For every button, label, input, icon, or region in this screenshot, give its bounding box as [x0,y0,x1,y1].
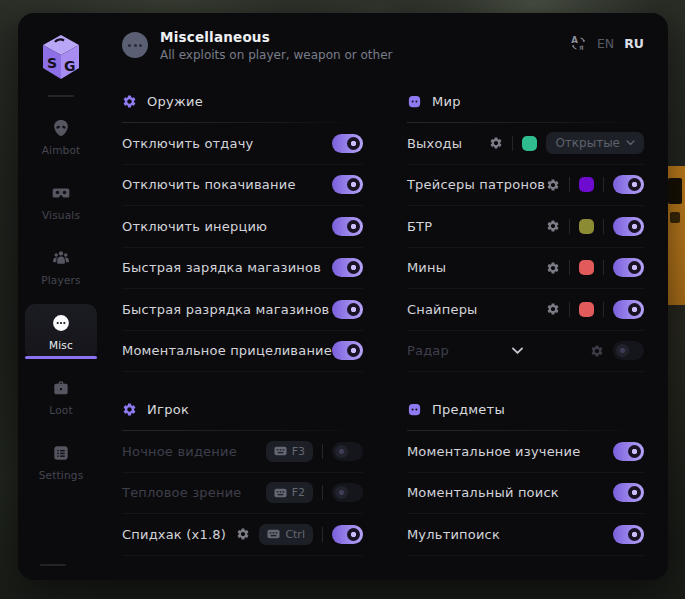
gear-icon[interactable] [546,178,560,192]
page-title: Miscellaneous [160,29,392,45]
sidebar-item-aimbot[interactable]: Aimbot [25,109,97,164]
setting-label: БТР [407,219,432,234]
setting-row: Отключить отдачу [122,123,363,165]
toggle-switch[interactable] [332,483,363,502]
chevron-down-icon [626,140,635,146]
keyboard-icon [267,529,280,539]
toggle-switch[interactable] [332,341,363,360]
setting-row: Ночное видение F3 [122,431,363,473]
sidebar-item-label: Misc [49,339,73,351]
sidebar-item-settings[interactable]: Settings [25,434,97,489]
setting-label: Спидхак (x1.8) [122,527,226,542]
translate-icon [570,35,587,52]
ellipsis-circle-icon [122,32,148,58]
gear-icon[interactable] [546,219,560,233]
setting-row: Радар [407,331,644,373]
setting-label: Тепловое зрение [122,485,242,500]
ellipsis-circle-icon [51,313,71,333]
chevron-down-icon[interactable] [511,347,524,355]
toggle-switch[interactable] [613,341,644,360]
cheat-menu-panel: Aimbot Visuals Players Misc Loot Setting… [18,13,668,580]
sidebar-item-misc[interactable]: Misc [25,304,97,359]
vertical-divider [603,177,604,192]
keyboard-icon [274,446,287,456]
page-subtitle: All exploits on player, weapon or other [160,48,392,62]
setting-label: Трейсеры патронов [407,177,545,192]
world-icon [407,94,422,109]
toggle-switch[interactable] [613,300,644,319]
toggle-switch[interactable] [332,217,363,236]
page-header-text: Miscellaneous All exploits on player, we… [160,29,392,62]
setting-label: Отключить инерцию [122,219,267,234]
section-title: Игрок [147,402,189,417]
background-game-ui [668,166,685,305]
setting-label: Ночное видение [122,444,237,459]
toggle-switch[interactable] [613,525,644,544]
right-column: Мир Выходы Открытые Трейсеры патрон [407,84,644,556]
sidebar-bottom-divider [40,564,66,566]
people-icon [51,248,71,268]
briefcase-icon [51,378,71,398]
app-logo-icon [40,33,82,81]
hotkey-badge[interactable]: F2 [266,482,313,503]
sidebar-item-loot[interactable]: Loot [25,369,97,424]
sidebar-item-label: Settings [39,469,84,481]
page-header: Miscellaneous All exploits on player, we… [122,29,644,62]
lang-en-button[interactable]: EN [597,36,614,51]
section-world: Мир Выходы Открытые Трейсеры патрон [407,84,644,372]
color-swatch[interactable] [579,302,594,317]
section-title: Оружие [147,94,203,109]
hotkey-badge[interactable]: F3 [266,441,313,462]
language-switcher: EN RU [570,35,644,52]
color-swatch[interactable] [522,136,537,151]
gear-icon[interactable] [236,527,250,541]
gear-icon[interactable] [546,302,560,316]
items-icon [407,402,422,417]
setting-row: Мультипоиск [407,514,644,556]
gear-icon[interactable] [489,136,503,150]
setting-label: Отключить отдачу [122,136,253,151]
setting-label: Моментальное изучение [407,444,580,459]
color-swatch[interactable] [579,219,594,234]
vertical-divider [603,260,604,275]
toggle-switch[interactable] [332,134,363,153]
lang-ru-button[interactable]: RU [624,36,644,51]
setting-row: Отключить покачивание [122,165,363,207]
setting-row: Моментальное прицеливание [122,331,363,373]
vertical-divider [322,527,323,542]
gear-icon[interactable] [546,261,560,275]
vertical-divider [569,302,570,317]
vertical-divider [569,219,570,234]
setting-label: Снайперы [407,302,478,317]
hotkey-badge[interactable]: Ctrl [259,524,313,545]
section-header: Предметы [407,392,644,430]
toggle-switch[interactable] [613,217,644,236]
setting-label: Мины [407,260,446,275]
vr-goggles-icon [51,183,71,203]
sidebar-item-players[interactable]: Players [25,239,97,294]
setting-label: Моментальное прицеливание [122,343,332,358]
setting-row: Мины [407,248,644,290]
color-swatch[interactable] [579,260,594,275]
toggle-switch[interactable] [613,258,644,277]
sidebar-item-label: Players [41,274,81,286]
gear-icon[interactable] [590,344,604,358]
toggle-switch[interactable] [332,175,363,194]
setting-row: Выходы Открытые [407,123,644,165]
toggle-switch[interactable] [613,175,644,194]
toggle-switch[interactable] [613,442,644,461]
toggle-switch[interactable] [332,300,363,319]
section-header: Мир [407,84,644,122]
sidebar: Aimbot Visuals Players Misc Loot Setting… [18,13,104,580]
toggle-switch[interactable] [332,525,363,544]
exits-dropdown[interactable]: Открытые [546,132,644,154]
list-icon [51,443,71,463]
main-area: Miscellaneous All exploits on player, we… [104,13,668,580]
color-swatch[interactable] [579,177,594,192]
sidebar-nav: Aimbot Visuals Players Misc Loot Setting… [18,109,104,499]
sidebar-item-visuals[interactable]: Visuals [25,174,97,229]
toggle-switch[interactable] [613,483,644,502]
toggle-switch[interactable] [332,258,363,277]
background-game-ui-mark [670,212,680,223]
toggle-switch[interactable] [332,442,363,461]
